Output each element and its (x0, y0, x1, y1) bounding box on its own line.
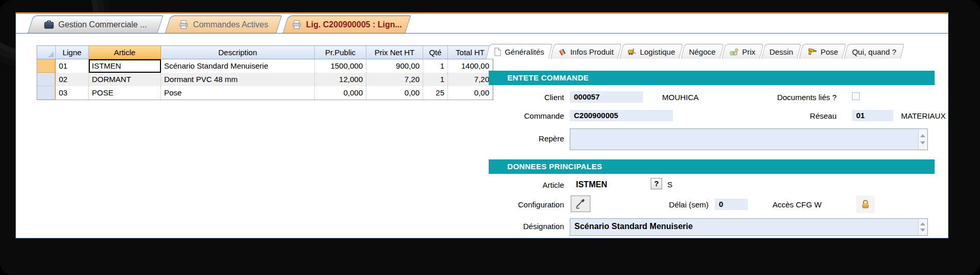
commande-label: Commande (461, 111, 564, 120)
col-header-ligne[interactable]: Ligne (56, 46, 89, 59)
cell-article[interactable]: DORMANT (89, 73, 161, 86)
cell-pr-public[interactable]: 1500,000 (315, 59, 366, 73)
section-header-entete: ENTETE COMMANDE (489, 71, 935, 85)
tab-negoce[interactable]: Négoce (681, 44, 724, 59)
cell-ligne[interactable]: 03 (56, 86, 89, 100)
tab-label: Infos Produit (570, 47, 614, 56)
spin-down-icon (920, 141, 925, 144)
cell-qte[interactable]: 1 (423, 73, 448, 86)
article-lookup-button[interactable]: ? (651, 178, 662, 189)
tab-logistique[interactable]: Logistique (619, 44, 683, 59)
cell-prix-net-ht[interactable]: 7,20 (366, 73, 423, 86)
briefcase-icon (44, 20, 54, 29)
designation-value: Scénario Standard Menuiserie (570, 219, 927, 231)
article-partial-text: S (667, 180, 673, 189)
tab-label: Gestion Commerciale ... (58, 20, 147, 29)
cell-article-selected[interactable]: ISTMEN (89, 59, 161, 73)
section-header-donnees: DONNEES PRINCIPALES (489, 159, 935, 174)
commande-input[interactable]: C200900005 (570, 110, 673, 121)
cell-article[interactable]: POSE (89, 86, 161, 100)
client-label: Client (461, 93, 564, 102)
document-icon (494, 47, 502, 56)
cell-pr-public[interactable]: 12,000 (315, 73, 366, 86)
tab-commandes-actives[interactable]: Commandes Actives (165, 15, 282, 33)
printer-icon (179, 20, 189, 29)
tab-pose[interactable]: Pose (799, 44, 846, 59)
tabstrip-divider (16, 33, 948, 34)
select-all-triangle-icon (48, 52, 54, 57)
drill-icon (807, 47, 817, 56)
col-header-qte[interactable]: Qté (423, 46, 448, 59)
reseau-label: Réseau (776, 111, 837, 120)
delai-input[interactable]: 0 (715, 199, 748, 210)
col-header-article[interactable]: Article (89, 46, 161, 59)
tab-label: Pose (821, 47, 838, 56)
tab-label: Lig. C200900005 : Lign... (306, 20, 402, 29)
lock-icon (860, 199, 871, 209)
col-header-prix-net-ht[interactable]: Prix Net HT (366, 46, 423, 59)
pencils-icon (558, 47, 567, 56)
tab-label: Qui, quand ? (852, 47, 896, 56)
spin-up-icon (920, 222, 925, 225)
spin-down-icon (920, 229, 925, 232)
tab-gestion-commerciale[interactable]: Gestion Commerciale ... (27, 15, 163, 33)
configuration-button[interactable] (571, 196, 590, 212)
tab-label: Généralités (505, 47, 544, 56)
tab-dessin[interactable]: Dessin (761, 44, 801, 59)
reseau-input[interactable]: 01 (852, 110, 893, 121)
delai-label: Délai (sem) (631, 200, 709, 209)
forklift-icon (628, 47, 637, 56)
cell-pr-public[interactable]: 0,000 (315, 86, 366, 100)
app-window: Gestion Commerciale ... Commandes Active… (15, 12, 949, 238)
col-header-description[interactable]: Description (161, 46, 315, 59)
order-lines-grid: Ligne Article Description Pr.Public Prix… (37, 45, 493, 100)
cell-ligne[interactable]: 01 (56, 59, 89, 73)
cell-prix-net-ht[interactable]: 900,00 (366, 59, 423, 73)
spinner[interactable] (918, 219, 927, 235)
designation-input[interactable]: Scénario Standard Menuiserie (570, 218, 928, 236)
designation-label: Désignation (461, 222, 564, 231)
cell-total-ht[interactable]: 1400,00 (448, 59, 493, 73)
spinner[interactable] (918, 130, 927, 149)
cell-total-ht[interactable]: 7,20 (448, 73, 493, 86)
acces-cfg-label: Accès CFG W (773, 200, 848, 209)
cell-description[interactable]: Pose (161, 86, 315, 100)
select-all-corner[interactable] (37, 46, 56, 59)
tab-label: Négoce (689, 47, 716, 56)
tab-generalites[interactable]: Généralités (486, 44, 552, 59)
row-selector[interactable] (37, 73, 56, 86)
printer-icon (292, 20, 302, 29)
reseau-name-text: MATERIAUX (901, 111, 945, 120)
repere-input[interactable] (570, 128, 928, 150)
cell-ligne[interactable]: 02 (56, 73, 89, 86)
documents-lies-label: Documents liés ? (744, 93, 837, 102)
cell-qte[interactable]: 1 (423, 59, 448, 73)
detail-tabbar: Généralités Infos Produit Logistique Nég… (488, 44, 903, 59)
client-name-text: MOUHICA (662, 93, 699, 102)
repere-label: Repère (461, 134, 564, 143)
col-header-pr-public[interactable]: Pr.Public (315, 46, 366, 59)
cell-description[interactable]: Dormant PVC 48 mm (161, 73, 315, 86)
configuration-label: Configuration (461, 200, 564, 209)
tab-infos-produit[interactable]: Infos Produit (550, 44, 621, 59)
spin-up-icon (920, 134, 925, 137)
tab-prix[interactable]: Prix (721, 44, 763, 59)
article-label: Article (461, 181, 564, 189)
documents-lies-checkbox[interactable] (852, 92, 860, 100)
article-value: ISTMEN (576, 180, 607, 189)
row-selector[interactable] (37, 86, 56, 100)
tab-label: Logistique (640, 47, 675, 56)
tab-label: Dessin (769, 47, 793, 56)
money-icon (730, 48, 739, 56)
tab-label: Commandes Actives (193, 20, 268, 29)
cell-prix-net-ht[interactable]: 0,00 (366, 86, 423, 100)
client-input[interactable]: 000057 (570, 91, 643, 103)
cell-qte[interactable]: 25 (423, 86, 448, 100)
tab-label: Prix (742, 47, 756, 56)
tab-qui-quand[interactable]: Qui, quand ? (844, 44, 904, 59)
lock-button[interactable] (856, 196, 875, 213)
signature-icon (575, 198, 586, 209)
cell-description[interactable]: Scénario Standard Menuiserie (161, 59, 315, 73)
tab-ligne-commande[interactable]: Lig. C200900005 : Lign... (282, 15, 411, 33)
row-selector[interactable] (37, 59, 56, 73)
